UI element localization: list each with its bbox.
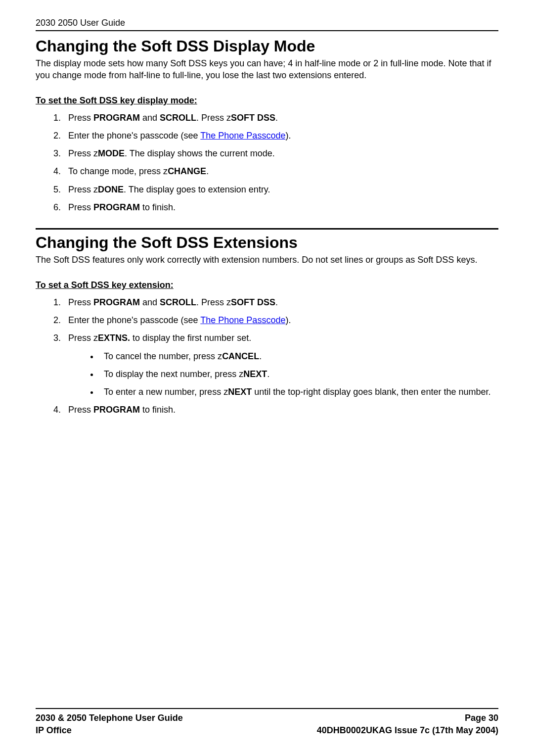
footer-rule [36,708,498,709]
page-footer: 2030 & 2050 Telephone User Guide Page 30… [36,708,498,736]
text: . [267,369,269,379]
text: to finish. [140,202,176,212]
section1-intro: The display mode sets how many Soft DSS … [36,57,498,82]
text-bold: SOFT DSS [231,297,275,307]
text: . [259,351,262,361]
list-item: To enter a new number, press zNEXT until… [99,386,498,398]
text: . [275,113,278,123]
section2-title: Changing the Soft DSS Extensions [36,234,498,252]
text: to finish. [140,405,176,415]
text: . [206,166,209,176]
text: Press [68,202,93,212]
section2-subhead: To set a Soft DSS key extension: [36,280,498,290]
phone-passcode-link[interactable]: The Phone Passcode [200,131,285,141]
section1-title: Changing the Soft DSS Display Mode [36,37,498,55]
text: Press [68,297,93,307]
section1-subhead: To set the Soft DSS key display mode: [36,95,498,106]
text-bold: PROGRAM [93,202,140,212]
text-bold: PROGRAM [93,405,140,415]
list-item: Press zEXTNS. to display the first numbe… [63,332,498,398]
text: Press z [68,333,98,343]
text: To cancel the number, press z [104,351,222,361]
text: . [275,297,278,307]
text-bold: CHANGE [168,166,206,176]
text: to display the first number set. [130,333,251,343]
section-divider [36,228,498,230]
list-item: Press zMODE. The display shows the curre… [63,147,498,159]
text: To enter a new number, press z [104,387,228,397]
section2-intro: The Soft DSS features only work correctl… [36,254,498,266]
section1-steps: Press PROGRAM and SCROLL. Press zSOFT DS… [63,112,498,214]
text-bold: DONE [98,185,124,194]
list-item: Press PROGRAM and SCROLL. Press zSOFT DS… [63,296,498,308]
footer-right-1: Page 30 [465,712,498,724]
footer-left-1: 2030 & 2050 Telephone User Guide [36,712,183,724]
list-item: Press PROGRAM to finish. [63,404,498,416]
section2-steps: Press PROGRAM and SCROLL. Press zSOFT DS… [63,296,498,416]
text: To change mode, press z [68,166,168,176]
list-item: To change mode, press zCHANGE. [63,165,498,177]
text: To display the next number, press z [104,369,243,379]
text-bold: PROGRAM [93,113,140,123]
text: Enter the phone's passcode (see [68,131,200,141]
text-bold: SCROLL [160,297,196,307]
list-item: Enter the phone's passcode (see The Phon… [63,314,498,326]
phone-passcode-link[interactable]: The Phone Passcode [200,315,285,325]
text: ). [285,131,291,141]
text: Press z [68,148,98,158]
text-bold: SCROLL [160,113,196,123]
list-item: To cancel the number, press zCANCEL. [99,350,498,362]
text: Press [68,405,93,415]
list-item: Press zDONE. The display goes to extensi… [63,184,498,195]
text: and [140,297,160,307]
text-bold: CANCEL [222,351,259,361]
sub-list: To cancel the number, press zCANCEL. To … [99,350,498,398]
text: Press [68,113,93,123]
list-item: Press PROGRAM and SCROLL. Press zSOFT DS… [63,112,498,124]
text: and [140,113,160,123]
text-bold: NEXT [243,369,267,379]
footer-left-2: IP Office [36,724,72,736]
text-bold: PROGRAM [93,297,140,307]
text-bold: NEXT [228,387,252,397]
text-bold: SOFT DSS [231,113,275,123]
list-item: Press PROGRAM to finish. [63,201,498,213]
text: . Press z [196,297,231,307]
text: Enter the phone's passcode (see [68,315,200,325]
text: . The display shows the current mode. [125,148,275,158]
header-rule [36,30,498,31]
text: . Press z [196,113,231,123]
text: until the top-right display goes blank, … [252,387,490,397]
text: ). [285,315,291,325]
page-header: 2030 2050 User Guide [36,18,498,28]
list-item: Enter the phone's passcode (see The Phon… [63,130,498,142]
text: . The display goes to extension entry. [124,185,270,194]
text-bold: EXTNS. [98,333,130,343]
footer-right-2: 40DHB0002UKAG Issue 7c (17th May 2004) [317,724,498,736]
text: Press z [68,185,98,194]
list-item: To display the next number, press zNEXT. [99,368,498,380]
text-bold: MODE [98,148,125,158]
